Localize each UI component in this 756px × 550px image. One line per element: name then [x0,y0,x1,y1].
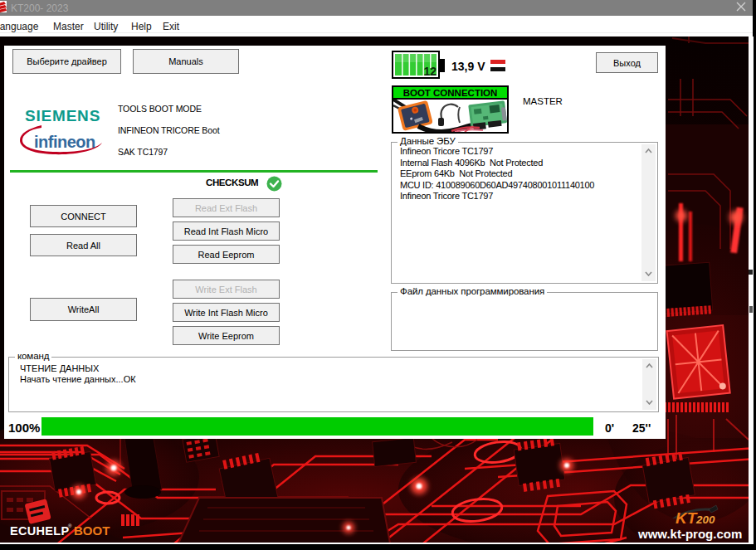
svg-text:ECUHELP: ECUHELP [10,524,69,538]
svg-text:12: 12 [423,65,437,78]
svg-text:infineon: infineon [34,133,95,151]
svg-text:200: 200 [695,513,715,526]
svg-text:KT: KT [676,509,698,527]
svg-text:www.kt-prog.com: www.kt-prog.com [637,527,742,541]
svg-text:®: ® [68,523,72,528]
svg-text:BOOT: BOOT [74,523,110,538]
